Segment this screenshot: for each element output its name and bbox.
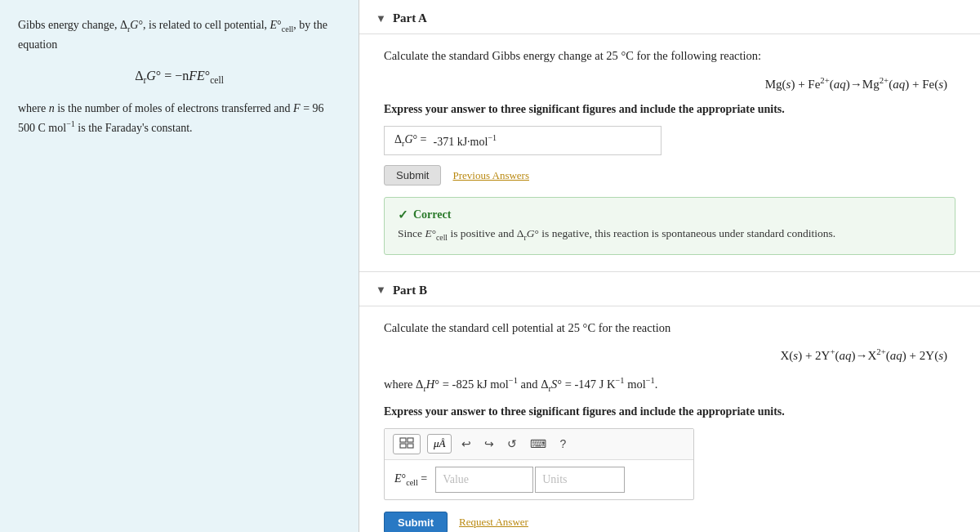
part-a-reaction: Mg(s) + Fe2+(aq)→Mg2+(aq) + Fe(s) bbox=[384, 75, 956, 92]
part-b-header: ▼ Part B bbox=[359, 272, 980, 306]
help-button[interactable]: ? bbox=[556, 436, 569, 452]
part-b-reaction: X(s) + 2Y+(aq)→X2+(aq) + 2Y(s) bbox=[384, 346, 956, 363]
part-a-correct-header: ✓ Correct bbox=[398, 208, 942, 222]
part-b-submit-row: Submit Request Answer bbox=[384, 512, 956, 532]
undo-icon: ↩ bbox=[461, 437, 471, 450]
svg-rect-2 bbox=[400, 444, 406, 448]
part-a-correct-box: ✓ Correct Since E°cell is positive and Δ… bbox=[384, 197, 956, 254]
value-placeholder: Value bbox=[443, 473, 469, 486]
svg-rect-3 bbox=[408, 444, 413, 448]
part-a-previous-answers-link[interactable]: Previous Answers bbox=[452, 169, 529, 182]
part-b-request-answer-link[interactable]: Request Answer bbox=[459, 516, 528, 529]
units-input[interactable]: Units bbox=[535, 467, 625, 493]
refresh-icon: ↺ bbox=[507, 437, 517, 450]
grid-icon-button[interactable] bbox=[393, 434, 421, 454]
part-a-submit-row: Submit Previous Answers bbox=[384, 165, 956, 186]
part-a-body: Calculate the standard Gibbs energy chan… bbox=[359, 34, 980, 272]
part-a-submit-button[interactable]: Submit bbox=[384, 165, 441, 186]
part-a-header: ▼ Part A bbox=[359, 0, 980, 34]
sidebar: Gibbs energy change, ΔrG°, is related to… bbox=[0, 0, 359, 532]
help-icon: ? bbox=[559, 437, 566, 450]
keyboard-button[interactable]: ⌨ bbox=[527, 436, 550, 452]
part-a-correct-text: Since E°cell is positive and ΔrG° is neg… bbox=[398, 226, 942, 244]
part-a-answer-value: -371 kJ·mol−1 bbox=[434, 133, 497, 149]
units-placeholder: Units bbox=[542, 473, 567, 486]
part-b-question: Calculate the standard cell potential at… bbox=[384, 320, 956, 338]
math-input-row: E°cell = Value Units bbox=[385, 460, 693, 499]
part-b-body: Calculate the standard cell potential at… bbox=[359, 306, 980, 532]
svg-rect-1 bbox=[408, 438, 413, 442]
part-a-title: Part A bbox=[393, 11, 427, 25]
undo-button[interactable]: ↩ bbox=[458, 436, 474, 452]
part-a-answer-box: ΔrG° = -371 kJ·mol−1 bbox=[384, 126, 662, 156]
mu-button[interactable]: μÅ bbox=[427, 434, 452, 454]
value-input[interactable]: Value bbox=[435, 467, 533, 493]
main-content: ▼ Part A Calculate the standard Gibbs en… bbox=[359, 0, 980, 532]
math-input-container: μÅ ↩ ↪ ↺ ⌨ ? bbox=[384, 428, 694, 500]
part-b-chevron[interactable]: ▼ bbox=[376, 284, 386, 297]
mu-symbol: μÅ bbox=[434, 437, 445, 450]
sidebar-formula: ΔrG° = −nFE°cell bbox=[18, 65, 341, 88]
part-b-submit-button[interactable]: Submit bbox=[384, 512, 448, 532]
redo-icon: ↪ bbox=[484, 437, 494, 450]
checkmark-icon: ✓ bbox=[398, 208, 408, 222]
svg-rect-0 bbox=[400, 438, 406, 442]
part-b-input-label: E°cell = bbox=[394, 472, 427, 487]
refresh-button[interactable]: ↺ bbox=[504, 436, 520, 452]
math-toolbar: μÅ ↩ ↪ ↺ ⌨ ? bbox=[385, 429, 693, 460]
part-b-instructions: Express your answer to three significant… bbox=[384, 405, 956, 418]
part-a-correct-label: Correct bbox=[413, 208, 451, 221]
part-a-answer-label: ΔrG° = bbox=[394, 133, 427, 148]
part-a-instructions: Express your answer to three significant… bbox=[384, 103, 956, 116]
page-container: Gibbs energy change, ΔrG°, is related to… bbox=[0, 0, 980, 532]
sidebar-where: where n is the number of moles of electr… bbox=[18, 100, 341, 137]
part-a-chevron[interactable]: ▼ bbox=[376, 12, 386, 25]
redo-button[interactable]: ↪ bbox=[481, 436, 497, 452]
grid-icon bbox=[399, 437, 414, 451]
sidebar-intro: Gibbs energy change, ΔrG°, is related to… bbox=[18, 16, 341, 54]
keyboard-icon: ⌨ bbox=[530, 437, 546, 450]
part-b-title: Part B bbox=[393, 284, 427, 297]
part-a-question: Calculate the standard Gibbs energy chan… bbox=[384, 47, 956, 65]
part-b-where: where ΔrH° = -825 kJ mol−1 and ΔrS° = -1… bbox=[384, 374, 956, 395]
